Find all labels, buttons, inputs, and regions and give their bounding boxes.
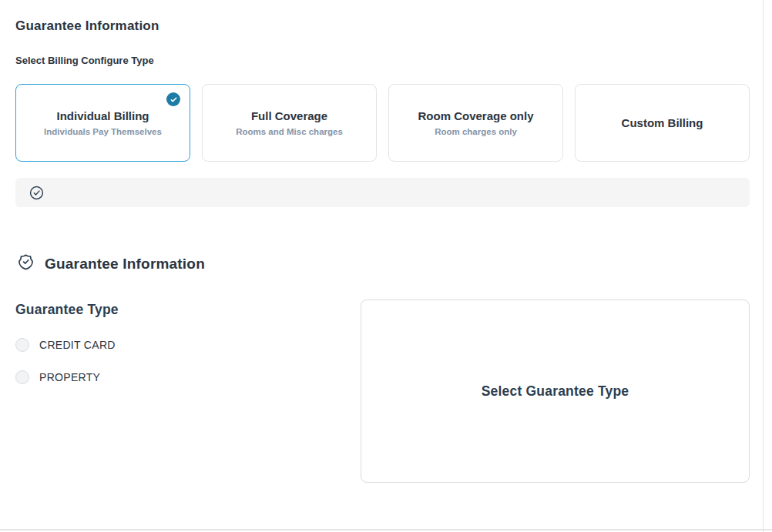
- billing-card-title: Individual Billing: [57, 109, 149, 122]
- page-title: Guarantee Information: [15, 18, 159, 34]
- billing-card-title: Custom Billing: [622, 116, 703, 129]
- bottom-divider: [0, 529, 772, 530]
- billing-type-cards: Individual Billing Individuals Pay Thems…: [15, 84, 750, 162]
- check-circle-icon: [29, 186, 44, 200]
- selected-check-icon: [166, 92, 180, 106]
- shield-check-icon: [17, 253, 35, 274]
- section-heading-text: Guarantee Information: [45, 256, 205, 273]
- right-divider: [763, 0, 764, 532]
- guarantee-type-placeholder-panel: Select Guarantee Type: [361, 299, 750, 483]
- billing-card-subtitle: Individuals Pay Themselves: [44, 127, 162, 136]
- radio-button-icon[interactable]: [15, 370, 29, 384]
- billing-card-full-coverage[interactable]: Full Coverage Rooms and Misc charges: [202, 84, 377, 162]
- billing-card-custom-billing[interactable]: Custom Billing: [575, 84, 750, 162]
- guarantee-information-section-heading: Guarantee Information: [17, 253, 205, 274]
- billing-card-title: Room Coverage only: [418, 109, 533, 122]
- billing-card-subtitle: Room charges only: [435, 127, 517, 136]
- billing-configure-type-label: Select Billing Configure Type: [15, 55, 154, 66]
- radio-button-icon[interactable]: [15, 338, 29, 352]
- radio-option-property[interactable]: PROPERTY: [15, 370, 100, 384]
- radio-option-label: CREDIT CARD: [39, 339, 116, 351]
- billing-status-bar[interactable]: [15, 178, 750, 207]
- panel-placeholder-text: Select Guarantee Type: [482, 383, 629, 400]
- guarantee-information-page: Guarantee Information Select Billing Con…: [0, 0, 772, 532]
- radio-option-credit-card[interactable]: CREDIT CARD: [15, 338, 116, 352]
- billing-card-room-coverage-only[interactable]: Room Coverage only Room charges only: [388, 84, 563, 162]
- billing-card-individual-billing[interactable]: Individual Billing Individuals Pay Thems…: [15, 84, 190, 162]
- billing-card-title: Full Coverage: [251, 109, 327, 122]
- billing-card-subtitle: Rooms and Misc charges: [236, 127, 343, 136]
- guarantee-type-label: Guarantee Type: [15, 302, 119, 318]
- radio-option-label: PROPERTY: [39, 371, 100, 383]
